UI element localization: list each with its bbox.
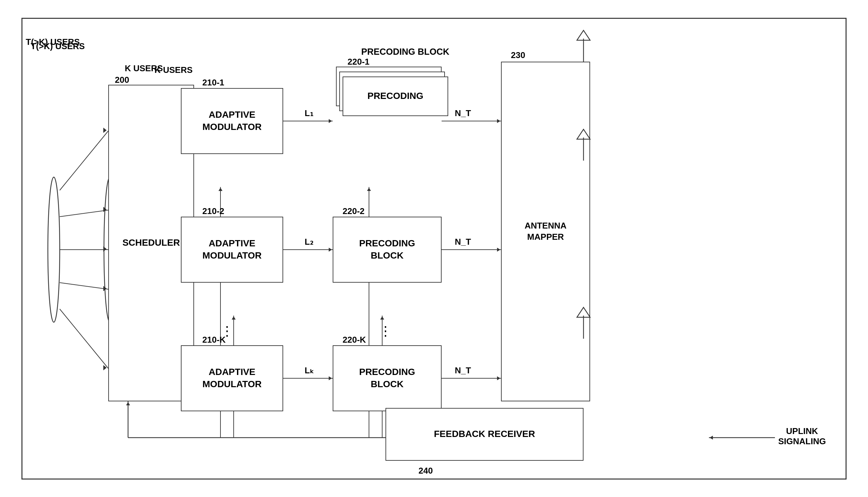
svg-marker-22 <box>329 248 332 252</box>
svg-line-2 <box>60 210 108 217</box>
k-users-main-label: K USERS <box>154 65 193 75</box>
svg-marker-25 <box>329 376 332 380</box>
svg-marker-40 <box>126 402 130 405</box>
pb2-id: 220-2 <box>343 206 365 216</box>
svg-marker-8 <box>103 246 107 252</box>
svg-marker-48 <box>380 316 384 320</box>
adaptive-modulator-k: ADAPTIVE MODULATOR <box>181 345 283 411</box>
svg-marker-19 <box>329 119 332 123</box>
svg-point-0 <box>48 177 60 322</box>
svg-text:L₂: L₂ <box>305 237 313 247</box>
feedback-receiver: FEEDBACK RECEIVER <box>385 408 583 461</box>
svg-line-1 <box>60 131 108 190</box>
svg-marker-37 <box>709 436 713 440</box>
diagram-container: L₁ L₂ Lₖ N_T N_T N_T <box>22 18 846 480</box>
am2-id: 210-2 <box>202 206 224 216</box>
svg-text:⋮: ⋮ <box>379 324 392 338</box>
am1-id: 210-1 <box>202 77 224 88</box>
svg-marker-6 <box>103 128 107 133</box>
svg-text:N_T: N_T <box>455 108 471 118</box>
antenna-2-svg <box>572 128 598 161</box>
amk-id: 210-K <box>202 335 226 345</box>
adaptive-modulator-1: ADAPTIVE MODULATOR <box>181 88 283 154</box>
adaptive-modulator-2: ADAPTIVE MODULATOR <box>181 217 283 283</box>
svg-line-5 <box>60 309 108 368</box>
svg-marker-31 <box>497 248 500 252</box>
svg-text:N_T: N_T <box>455 237 471 247</box>
t-users-main-label: T(>K) USERS <box>31 41 85 52</box>
precoding-block-k: PRECODING BLOCK <box>333 345 442 411</box>
svg-marker-34 <box>497 376 500 380</box>
svg-marker-42 <box>219 188 222 191</box>
precoding-block-2: PRECODING BLOCK <box>333 217 442 283</box>
svg-marker-46 <box>367 188 371 191</box>
svg-text:N_T: N_T <box>455 366 471 375</box>
precoding-stack-1-precoding: PRECODING <box>343 76 448 116</box>
svg-marker-7 <box>103 207 107 212</box>
svg-text:L₁: L₁ <box>305 108 314 118</box>
scheduler-id: 200 <box>115 75 129 85</box>
pbk-id: 220-K <box>343 335 366 345</box>
antenna-mapper: ANTENNA MAPPER <box>501 62 590 401</box>
svg-marker-9 <box>103 286 107 291</box>
svg-line-4 <box>60 283 108 289</box>
svg-text:Lₖ: Lₖ <box>305 366 314 375</box>
antenna-1-svg <box>572 29 598 62</box>
uplink-signaling-label: UPLINK SIGNALING <box>778 426 826 446</box>
pb1-id: 220-1 <box>347 57 370 67</box>
antenna-mapper-id: 230 <box>511 50 525 60</box>
svg-marker-28 <box>497 119 500 123</box>
pb1-label: PRECODING BLOCK <box>356 47 455 57</box>
antenna-3-svg <box>572 306 598 339</box>
svg-marker-44 <box>232 316 236 320</box>
svg-marker-10 <box>103 365 107 370</box>
fb-id: 240 <box>418 466 433 476</box>
